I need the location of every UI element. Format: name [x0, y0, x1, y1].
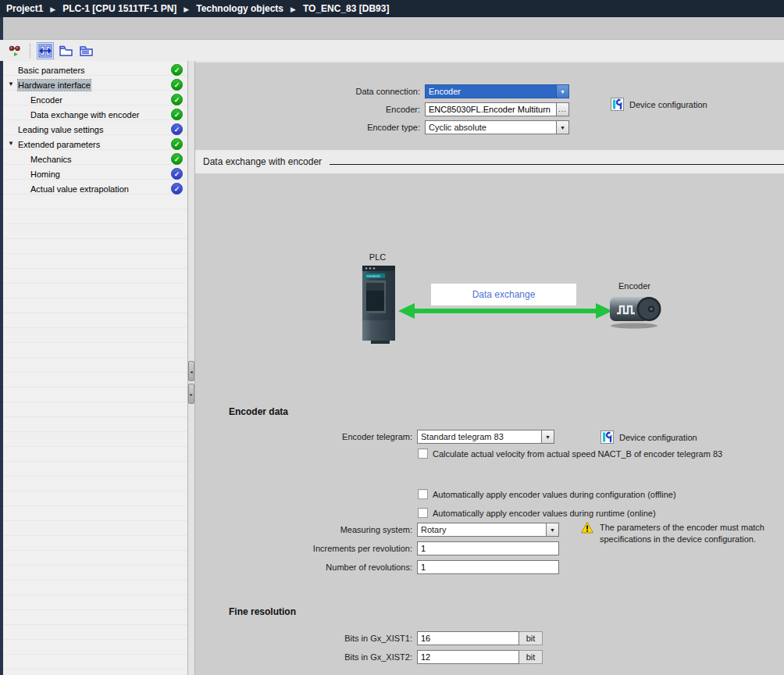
increments-field[interactable] — [417, 541, 559, 555]
encoder-illustration — [608, 292, 662, 330]
encoder-warning: The parameters of the encoder must match… — [581, 522, 784, 545]
calc-velocity-checkbox-row: Calculate actual velocity from actual sp… — [418, 448, 722, 459]
data-exchange-content: PLC SIEMENS — [195, 173, 784, 675]
encoder-field[interactable] — [425, 102, 557, 116]
browse-button[interactable]: ... — [557, 102, 569, 116]
section-rule — [330, 164, 784, 165]
chevron-down-icon[interactable]: ▼ — [556, 121, 568, 134]
splitter-collapse-left-handle[interactable]: ◂ — [188, 361, 194, 381]
tree-item-mechanics[interactable]: Mechanics ✓ — [3, 152, 187, 166]
tree-item-label: Extended parameters — [3, 140, 100, 149]
encoder-type-select[interactable]: Cyclic absolute ▼ — [425, 120, 569, 134]
data-connection-select[interactable]: Encoder ▼ — [425, 84, 569, 98]
chevron-down-icon[interactable]: ▼ — [541, 430, 554, 443]
expander-down-icon[interactable]: ▼ — [8, 140, 16, 147]
split-editor-icon[interactable] — [37, 42, 54, 59]
breadcrumb-project[interactable]: Project1 — [6, 3, 43, 14]
tree-item-label: Actual value extrapolation — [3, 184, 129, 194]
svg-text:SIEMENS: SIEMENS — [366, 274, 380, 278]
status-ok-icon: ✓ — [171, 153, 183, 165]
data-exchange-label: Data exchange — [472, 289, 536, 300]
tree-item-homing[interactable]: Homing ✓ — [3, 166, 187, 181]
pane-splitter[interactable]: ◂ ▸ — [187, 61, 195, 675]
tia-portal-window: Project1 ▶ PLC-1 [CPU 1511TF-1 PN] ▶ Tec… — [0, 0, 784, 675]
tree-item-basic-parameters[interactable]: Basic parameters ✓ — [3, 62, 187, 77]
tree-item-data-exchange-with-encoder[interactable]: Data exchange with encoder ✓ — [3, 107, 187, 122]
status-ok-icon: ✓ — [171, 94, 183, 105]
chevron-right-icon: ▸ — [190, 391, 192, 397]
breadcrumb-separator-icon: ▶ — [50, 5, 55, 13]
breadcrumb-plc[interactable]: PLC-1 [CPU 1511TF-1 PN] — [62, 3, 176, 14]
device-configuration-link-2[interactable]: Device configuration — [600, 430, 697, 444]
tree-item-label: Encoder — [3, 95, 62, 105]
breadcrumb-separator-icon: ▶ — [184, 5, 189, 13]
measuring-system-label: Measuring system: — [195, 525, 417, 534]
device-configuration-icon — [611, 98, 624, 111]
measuring-system-value: Rotary — [418, 523, 546, 536]
tree-item-actual-value-extrapolation[interactable]: Actual value extrapolation ✓ — [3, 181, 187, 196]
data-connection-label: Data connection: — [195, 87, 425, 96]
device-configuration-link[interactable]: Device configuration — [611, 98, 707, 111]
tree-item-label: Basic parameters — [3, 66, 85, 75]
encoder-type-label: Encoder type: — [195, 123, 425, 132]
section-title: Data exchange with encoder — [203, 156, 322, 167]
apply-offline-checkbox-row: Automatically apply encoder values durin… — [418, 489, 676, 499]
tree-item-hardware-interface[interactable]: ▼ Hardware interface ✓ — [3, 77, 187, 92]
expander-down-icon[interactable]: ▼ — [8, 80, 16, 88]
plc-illustration: SIEMENS — [355, 265, 401, 345]
status-ok-icon: ✓ — [171, 109, 183, 120]
warning-text: The parameters of the encoder must match… — [600, 522, 784, 545]
revolutions-field[interactable] — [417, 560, 559, 574]
tree-item-encoder[interactable]: Encoder ✓ — [3, 92, 187, 107]
encoder-telegram-select[interactable]: Standard telegram 83 ▼ — [417, 430, 554, 444]
status-ok-icon: ✓ — [171, 138, 183, 150]
function-view-goggles-icon[interactable] — [6, 42, 23, 59]
encoder-telegram-label: Encoder telegram: — [195, 432, 417, 441]
breadcrumb-separator-icon: ▶ — [290, 5, 296, 13]
calc-velocity-label: Calculate actual velocity from actual sp… — [433, 449, 722, 459]
warning-icon — [581, 522, 593, 534]
fine-resolution-heading: Fine resolution — [229, 606, 296, 617]
plc-caption: PLC — [355, 252, 400, 262]
device-configuration-label: Device configuration — [619, 433, 697, 442]
bits-xist1-unit: bit — [519, 631, 543, 645]
breadcrumb-technology-objects[interactable]: Technology objects — [196, 3, 283, 14]
measuring-system-select[interactable]: Rotary ▼ — [417, 523, 559, 537]
chevron-down-icon[interactable]: ▼ — [556, 85, 568, 98]
toolbar-separator — [30, 44, 30, 58]
close-all-folders-icon[interactable] — [77, 42, 94, 59]
splitter-collapse-right-handle[interactable]: ▸ — [188, 384, 194, 404]
tree-item-label: Hardware interface — [18, 80, 91, 91]
increments-label: Increments per revolution: — [195, 544, 417, 553]
device-configuration-icon — [600, 430, 614, 444]
apply-online-checkbox[interactable] — [418, 508, 428, 518]
bits-xist2-field[interactable] — [417, 650, 519, 664]
open-all-folders-icon[interactable] — [57, 42, 74, 59]
section-header-band: Data exchange with encoder — [195, 150, 784, 173]
data-connection-value: Encoder — [426, 85, 556, 98]
apply-online-label: Automatically apply encoder values durin… — [433, 509, 656, 518]
tree-item-label: Leading value settings — [3, 125, 103, 134]
chevron-down-icon[interactable]: ▼ — [546, 523, 558, 536]
device-configuration-label: Device configuration — [629, 100, 707, 109]
apply-offline-checkbox[interactable] — [418, 489, 428, 499]
tree-item-label: Mechanics — [3, 155, 72, 164]
encoder-data-heading: Encoder data — [229, 406, 288, 417]
parameter-navigation-tree: Basic parameters ✓ ▼ Hardware interface … — [3, 61, 187, 675]
editor-toolbar — [0, 40, 784, 61]
apply-offline-label: Automatically apply encoder values durin… — [433, 490, 676, 499]
apply-online-checkbox-row: Automatically apply encoder values durin… — [418, 508, 656, 518]
tree-item-leading-value-settings[interactable]: Leading value settings ✓ — [3, 122, 187, 137]
bits-xist1-field[interactable] — [417, 631, 519, 645]
tree-item-extended-parameters[interactable]: ▼ Extended parameters ✓ — [3, 137, 187, 152]
encoder-telegram-value: Standard telegram 83 — [418, 430, 541, 443]
hardware-interface-form: Data connection: Encoder ▼ Encoder: ... … — [195, 61, 784, 150]
toolbar-spacer-band — [0, 17, 784, 40]
breadcrumb-to-enc[interactable]: TO_ENC_83 [DB93] — [303, 3, 389, 14]
status-info-icon: ✓ — [171, 183, 183, 195]
breadcrumb: Project1 ▶ PLC-1 [CPU 1511TF-1 PN] ▶ Tec… — [0, 0, 784, 17]
status-ok-icon: ✓ — [171, 79, 183, 91]
tree-item-label: Homing — [3, 170, 60, 179]
calc-velocity-checkbox[interactable] — [418, 448, 428, 459]
parameter-editor: Data connection: Encoder ▼ Encoder: ... … — [195, 61, 784, 675]
